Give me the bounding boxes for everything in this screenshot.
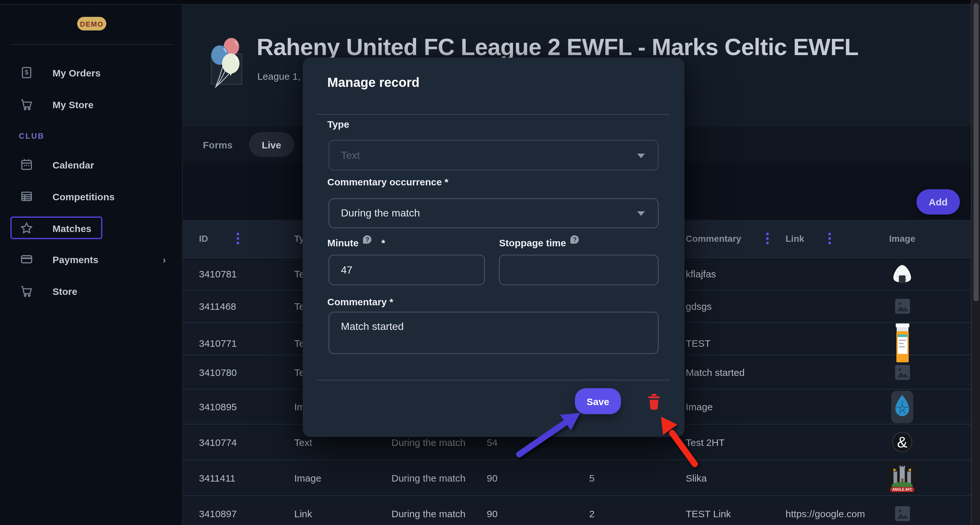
sidebar-item-label: Matches — [52, 223, 91, 234]
chevron-right-icon: › — [163, 254, 166, 265]
broken-image-icon — [894, 298, 910, 314]
sidebar: DEMO $ My Orders My Store CLUB Calendar — [0, 5, 183, 525]
cell-occurrence: During the match — [391, 436, 487, 447]
sidebar-item-competitions[interactable]: Competitions — [0, 182, 183, 211]
sidebar-item-payments[interactable]: Payments › — [0, 245, 183, 274]
modal-divider — [317, 114, 670, 115]
cell-id: 3411411 — [199, 472, 294, 483]
sort-menu-icon[interactable] — [828, 233, 831, 244]
star-icon — [19, 221, 34, 235]
cell-id: 3411468 — [199, 301, 294, 312]
save-button[interactable]: Save — [575, 388, 621, 414]
help-icon[interactable]: ? — [363, 235, 372, 244]
row-image: & ANGLE AFC — [870, 425, 935, 460]
balloons-image — [205, 36, 248, 90]
sort-menu-icon[interactable] — [237, 233, 239, 244]
app-root: DEMO $ My Orders My Store CLUB Calendar — [0, 0, 980, 525]
cell-commentary: Test 2HT — [686, 436, 786, 447]
pill-bottle-image — [894, 323, 910, 363]
sidebar-item-label: Payments — [52, 254, 99, 265]
ampersand-logo-image: & — [892, 432, 913, 452]
cell-commentary: TEST — [686, 337, 786, 348]
occurrence-select[interactable]: During the match — [329, 198, 659, 228]
minute-input[interactable] — [329, 255, 485, 285]
cell-id: 3410895 — [199, 401, 294, 412]
sort-menu-icon[interactable] — [766, 233, 769, 244]
football-logo-image — [891, 390, 913, 423]
svg-text:&: & — [897, 434, 907, 451]
broken-image-icon — [894, 505, 910, 522]
cell-id: 3410897 — [199, 508, 294, 519]
chevron-down-icon — [637, 153, 645, 158]
cell-type: Link — [294, 508, 391, 519]
sidebar-item-label: My Store — [52, 99, 94, 110]
scrollbar-thumb[interactable] — [974, 3, 979, 301]
chevron-down-icon — [637, 211, 645, 216]
sidebar-item-label: Calendar — [52, 159, 94, 170]
sidebar-item-my-orders[interactable]: $ My Orders — [0, 58, 183, 87]
type-select[interactable]: Text — [329, 140, 659, 170]
cell-link: https://google.com — [786, 508, 870, 519]
vertical-scrollbar — [971, 0, 980, 525]
cell-type: Text — [294, 436, 391, 447]
manage-record-modal: Manage record Type Text Commentary occur… — [303, 58, 684, 437]
row-image: & ANGLE AFC — [870, 460, 935, 495]
commentary-textarea[interactable]: Match started — [329, 312, 659, 354]
column-header-link: Link — [786, 233, 870, 244]
row-image: & ANGLE AFC — [870, 258, 935, 290]
add-button[interactable]: Add — [916, 189, 960, 215]
row-image: & ANGLE AFC — [870, 290, 935, 322]
top-strip — [0, 0, 980, 5]
cell-commentary: kflajfas — [686, 268, 786, 279]
sidebar-item-calendar[interactable]: Calendar — [0, 150, 183, 179]
column-header-image: Image — [870, 233, 935, 244]
occurrence-label: Commentary occurrence * — [327, 176, 449, 187]
tab-forms[interactable]: Forms — [196, 139, 239, 150]
cell-minute: 90 — [487, 472, 589, 483]
row-image: & ANGLE AFC — [870, 390, 935, 424]
sidebar-item-label: Competitions — [52, 191, 115, 202]
sidebar-item-label: My Orders — [52, 67, 100, 78]
table-row[interactable]: 3410897 Link During the match 90 2 TEST … — [183, 495, 971, 525]
page-title: Raheny United FC League 2 EWFL - Marks C… — [257, 34, 957, 61]
orders-icon: $ — [19, 65, 34, 80]
page-subtitle: League 1, 1 — [257, 71, 309, 82]
angle-afc-crest-image: ANGLE AFC — [886, 461, 918, 494]
sidebar-item-my-store[interactable]: My Store — [0, 90, 183, 119]
demo-badge-label: DEMO — [80, 20, 103, 27]
occurrence-select-value: During the match — [341, 207, 420, 219]
card-icon — [19, 252, 34, 266]
tab-live[interactable]: Live — [249, 132, 294, 157]
cell-stoppage: 2 — [589, 508, 686, 519]
modal-divider — [317, 380, 670, 380]
sidebar-item-matches[interactable]: Matches — [0, 214, 183, 242]
sidebar-item-store[interactable]: Store — [0, 277, 183, 305]
cart-icon — [19, 97, 34, 111]
required-asterisk: * — [382, 237, 385, 248]
table-row[interactable]: 3411411 Image During the match 90 5 Slik… — [183, 460, 971, 495]
sidebar-divider — [11, 44, 172, 45]
cell-id: 3410771 — [199, 337, 294, 348]
stoppage-time-input[interactable] — [499, 255, 659, 285]
sidebar-section-club: CLUB — [19, 132, 45, 141]
cell-minute: 54 — [487, 436, 589, 447]
cart-icon — [19, 284, 34, 298]
svg-text:$: $ — [25, 69, 28, 76]
cell-id: 3410780 — [199, 366, 294, 377]
cell-commentary: Slika — [686, 472, 786, 483]
cell-commentary: gdsgs — [686, 301, 786, 312]
calendar-icon — [19, 158, 34, 172]
cell-minute: 90 — [487, 508, 589, 519]
modal-title: Manage record — [327, 75, 420, 90]
help-icon[interactable]: ? — [571, 235, 579, 244]
delete-trash-icon[interactable] — [647, 393, 661, 410]
demo-badge: DEMO — [77, 17, 106, 30]
stoppage-time-label: Stoppage time ? — [499, 237, 579, 248]
minute-label: Minute ? * — [327, 237, 385, 248]
cell-commentary: TEST Link — [686, 508, 786, 519]
column-header-commentary: Commentary — [686, 233, 786, 244]
cell-id: 3410781 — [199, 268, 294, 279]
cell-type: Image — [294, 472, 391, 483]
commentary-label: Commentary * — [327, 296, 393, 307]
cell-commentary: Image — [686, 401, 786, 412]
